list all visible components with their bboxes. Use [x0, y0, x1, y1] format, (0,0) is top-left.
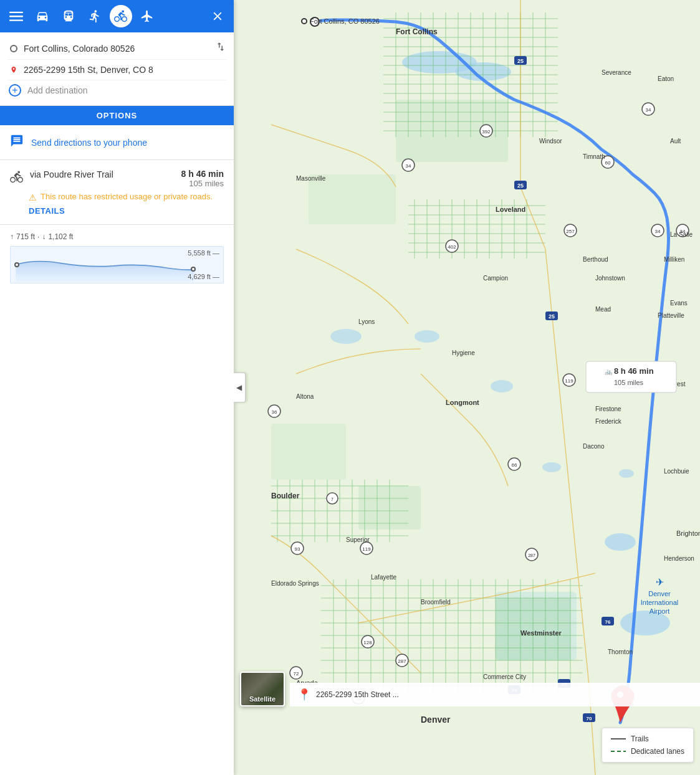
origin-dot	[301, 18, 307, 24]
close-button[interactable]	[206, 5, 229, 27]
svg-text:76: 76	[605, 619, 611, 625]
svg-text:Loveland: Loveland	[496, 206, 525, 213]
svg-point-11	[605, 533, 636, 551]
svg-rect-0	[9, 12, 23, 13]
svg-text:257: 257	[566, 229, 575, 234]
svg-text:La Salle: La Salle	[670, 231, 693, 238]
destination-pin-icon	[10, 64, 17, 76]
map-svg: 25 25 25 392 34 34 257 34 34 402 60 119	[234, 0, 700, 775]
svg-text:Superior: Superior	[346, 536, 370, 543]
send-directions-label: Send directions to your phone	[31, 138, 147, 148]
svg-text:Hygiene: Hygiene	[452, 349, 475, 356]
legend-dedicated-lanes-line	[611, 751, 626, 752]
mode-transit-button[interactable]	[57, 5, 80, 27]
origin-input[interactable]: Fort Collins, Colorado 80526	[24, 44, 209, 54]
svg-text:Ault: Ault	[670, 138, 681, 145]
elevation-loss: 1,102 ft	[48, 232, 73, 241]
svg-rect-2	[9, 20, 23, 21]
svg-text:Frederick: Frederick	[595, 418, 622, 425]
svg-text:60: 60	[605, 160, 611, 166]
elevation-min: 4,629 ft —	[188, 273, 219, 280]
mode-car-button[interactable]	[31, 5, 54, 27]
elevation-section: ↑ 715 ft · ↓ 1,102 ft 5,558 ft — 4,629 f…	[0, 225, 234, 286]
satellite-label: Satellite	[249, 695, 276, 703]
details-link[interactable]: DETAILS	[29, 206, 224, 216]
elevation-stats: ↑ 715 ft · ↓ 1,102 ft	[10, 232, 224, 241]
svg-point-7	[415, 330, 439, 343]
svg-text:Westminster: Westminster	[520, 629, 562, 637]
svg-text:392: 392	[482, 129, 491, 135]
legend-trails-item: Trails	[611, 735, 684, 743]
elevation-end-dot	[191, 267, 196, 272]
menu-button[interactable]	[5, 5, 27, 27]
svg-text:Altona: Altona	[296, 393, 314, 400]
route-card: via Poudre River Trail 8 h 46 min 105 mi…	[0, 160, 234, 225]
svg-text:119: 119	[362, 546, 371, 552]
bottom-address-bar: 📍 2265-2299 15th Street ...	[290, 683, 700, 706]
add-destination-row[interactable]: + Add destination	[7, 80, 226, 100]
svg-text:Lyons: Lyons	[358, 318, 375, 325]
route-distance: 105 miles	[181, 179, 224, 188]
route-duration: 8 h 46 min	[181, 169, 224, 179]
destination-input[interactable]: 2265-2299 15th St, Denver, CO 8	[24, 65, 226, 75]
svg-text:66: 66	[512, 462, 517, 468]
svg-text:287: 287	[528, 553, 535, 558]
svg-text:Windsor: Windsor	[539, 138, 562, 145]
origin-dot-icon	[10, 45, 17, 52]
svg-text:Evans: Evans	[670, 300, 688, 307]
svg-text:34: 34	[406, 163, 411, 169]
svg-text:34: 34	[655, 229, 661, 234]
svg-text:Masonville: Masonville	[296, 175, 326, 182]
svg-rect-1	[9, 16, 23, 17]
elevation-chart: 5,558 ft — 4,629 ft —	[10, 246, 224, 283]
satellite-button[interactable]: Satellite	[240, 672, 285, 706]
airport-icon: ✈	[635, 576, 684, 589]
send-directions-button[interactable]: Send directions to your phone	[0, 125, 234, 160]
svg-text:105 miles: 105 miles	[614, 379, 644, 386]
mode-walk-button[interactable]	[84, 5, 106, 27]
svg-text:Eldorado Springs: Eldorado Springs	[271, 580, 319, 587]
elevation-start-dot	[14, 262, 19, 267]
route-inputs: Fort Collins, Colorado 80526 2265-2299 1…	[0, 32, 234, 106]
svg-text:72: 72	[294, 671, 299, 677]
collapse-sidebar-button[interactable]: ◀	[234, 373, 246, 402]
svg-point-10	[619, 469, 634, 478]
svg-text:119: 119	[565, 378, 573, 384]
legend-trails-label: Trails	[631, 735, 649, 743]
swap-waypoints-button[interactable]	[215, 41, 226, 55]
svg-text:Dacono: Dacono	[583, 443, 605, 450]
svg-point-8	[491, 380, 513, 392]
mode-bike-button[interactable]	[110, 5, 132, 27]
svg-text:Eaton: Eaton	[658, 75, 674, 82]
options-bar[interactable]: OPTIONS	[0, 106, 234, 125]
svg-text:Berthoud: Berthoud	[583, 256, 608, 263]
svg-rect-18	[496, 592, 577, 660]
svg-text:25: 25	[549, 313, 555, 320]
elevation-up-arrow: ↑	[10, 232, 14, 241]
svg-point-6	[330, 329, 362, 344]
svg-text:Boulder: Boulder	[271, 492, 300, 500]
svg-text:Campion: Campion	[483, 275, 508, 282]
svg-text:Johnstown: Johnstown	[595, 275, 625, 282]
legend-dedicated-lanes-label: Dedicated lanes	[631, 747, 684, 756]
map-area[interactable]: 25 25 25 392 34 34 257 34 34 402 60 119	[234, 0, 700, 775]
elevation-max: 5,558 ft —	[188, 249, 219, 257]
svg-text:Platteville: Platteville	[658, 312, 684, 319]
svg-text:25: 25	[517, 183, 524, 189]
svg-text:93: 93	[295, 546, 300, 552]
svg-text:Denver: Denver	[421, 715, 451, 725]
svg-text:25: 25	[517, 58, 524, 64]
svg-text:36: 36	[272, 409, 277, 415]
origin-map-label: Fort Collins, CO 80526	[301, 17, 380, 25]
mode-flight-button[interactable]	[136, 5, 158, 27]
add-destination-icon: +	[9, 84, 21, 97]
svg-text:Timnath: Timnath	[583, 153, 605, 160]
svg-text:Brighton: Brighton	[676, 530, 700, 537]
svg-text:8 h 46 min: 8 h 46 min	[614, 366, 654, 376]
route-bike-icon	[10, 170, 24, 187]
send-directions-icon	[10, 134, 24, 151]
airport-label: ✈ Denver International Airport	[635, 576, 684, 616]
svg-rect-15	[271, 424, 346, 480]
svg-text:402: 402	[448, 244, 456, 250]
map-legend: Trails Dedicated lanes	[602, 728, 694, 763]
